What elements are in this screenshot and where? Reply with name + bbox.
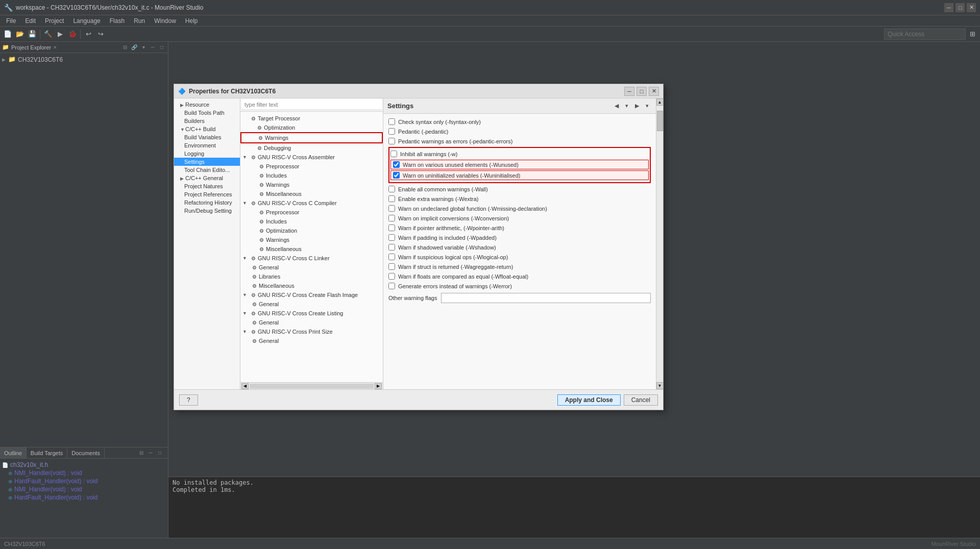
mtree-lnk-misc[interactable]: ⚙ Miscellaneous bbox=[240, 281, 383, 290]
filter-input[interactable] bbox=[241, 99, 382, 110]
project-root-item[interactable]: ▶ 📁 CH32V103C6T6 bbox=[2, 55, 166, 64]
outline-file[interactable]: 📄 ch32v10x_it.h bbox=[2, 461, 166, 469]
mtree-asm-misc[interactable]: ⚙ Miscellaneous bbox=[240, 189, 383, 198]
explorer-menu-btn[interactable]: ▾ bbox=[139, 43, 148, 52]
toolbar-undo[interactable]: ↩ bbox=[83, 29, 94, 40]
toolbar-new[interactable]: 📄 bbox=[2, 29, 13, 40]
nav-project-references[interactable]: Project References bbox=[174, 190, 240, 198]
dialog-min-btn[interactable]: ─ bbox=[624, 87, 634, 96]
maximize-button[interactable]: □ bbox=[955, 3, 965, 12]
warn-shadow-checkbox[interactable] bbox=[388, 244, 395, 251]
mtree-warnings[interactable]: ⚙ Warnings bbox=[240, 132, 383, 143]
mtree-print-general[interactable]: ⚙ General bbox=[240, 336, 383, 345]
toolbar-debug[interactable]: 🐞 bbox=[67, 29, 78, 40]
mtree-listing[interactable]: ▼ ⚙ GNU RISC-V Cross Create Listing bbox=[240, 309, 383, 318]
mtree-flash-general[interactable]: ⚙ General bbox=[240, 300, 383, 309]
mtree-asm-warnings[interactable]: ⚙ Warnings bbox=[240, 180, 383, 189]
nav-dropdown-btn[interactable]: ▾ bbox=[622, 102, 631, 111]
warn-logical-checkbox[interactable] bbox=[388, 254, 395, 260]
generate-errors-checkbox[interactable] bbox=[388, 283, 395, 289]
close-button[interactable]: ✕ bbox=[967, 3, 976, 12]
menu-flash[interactable]: Flash bbox=[106, 16, 129, 26]
nav-cpp-general[interactable]: ▶C/C++ General bbox=[174, 174, 240, 182]
warn-padding-checkbox[interactable] bbox=[388, 234, 395, 241]
menu-window[interactable]: Window bbox=[150, 16, 180, 26]
warn-implicit-checkbox[interactable] bbox=[388, 215, 395, 221]
menu-edit[interactable]: Edit bbox=[21, 16, 40, 26]
mtree-asm-includes[interactable]: ⚙ Includes bbox=[240, 171, 383, 180]
nav-forward-btn[interactable]: ▶ bbox=[632, 102, 642, 111]
mtree-optimization[interactable]: ⚙ Optimization bbox=[240, 123, 383, 132]
tab-outline[interactable]: Outline bbox=[0, 447, 27, 458]
nav-resource[interactable]: ▶Resource bbox=[174, 101, 240, 109]
mtree-flash[interactable]: ▼ ⚙ GNU RISC-V Cross Create Flash Image bbox=[240, 290, 383, 300]
check-syntax-checkbox[interactable] bbox=[388, 118, 395, 125]
warn-floats-checkbox[interactable] bbox=[388, 273, 395, 280]
mtree-cc-preprocessor[interactable]: ⚙ Preprocessor bbox=[240, 208, 383, 217]
apply-close-btn[interactable]: Apply and Close bbox=[557, 394, 621, 406]
nav-environment[interactable]: Environment bbox=[174, 141, 240, 149]
scrollbar-thumb[interactable] bbox=[657, 111, 663, 131]
mtree-cc-includes[interactable]: ⚙ Includes bbox=[240, 217, 383, 226]
outline-method-2[interactable]: ⊕ HardFault_Handler(void) : void bbox=[2, 477, 166, 485]
mtree-asm-preprocessor[interactable]: ⚙ Preprocessor bbox=[240, 162, 383, 171]
mtree-c-compiler[interactable]: ▼ ⚙ GNU RISC-V Cross C Compiler bbox=[240, 198, 383, 208]
toolbar-run[interactable]: ▶ bbox=[55, 29, 66, 40]
nav-tool-chain-editor[interactable]: Tool Chain Edito... bbox=[174, 166, 240, 174]
menu-language[interactable]: Language bbox=[69, 16, 104, 26]
nav-back-btn[interactable]: ◀ bbox=[612, 102, 621, 111]
outline-method-3[interactable]: ⊕ NMI_Handler(void) : void bbox=[2, 485, 166, 493]
outline-min-btn[interactable]: ─ bbox=[146, 449, 155, 457]
nav-refactoring-history[interactable]: Refactoring History bbox=[174, 198, 240, 207]
toolbar-save[interactable]: 💾 bbox=[27, 29, 38, 40]
toolbar-build[interactable]: 🔨 bbox=[42, 29, 54, 40]
mtree-assembler[interactable]: ▼ ⚙ GNU RISC-V Cross Assembler bbox=[240, 153, 383, 162]
nav-build-tools-path[interactable]: Build Tools Path bbox=[174, 109, 240, 117]
tab-build-targets[interactable]: Build Targets bbox=[27, 447, 67, 458]
menu-project[interactable]: Project bbox=[41, 16, 68, 26]
nav-settings[interactable]: Settings bbox=[174, 158, 240, 166]
outline-max-btn[interactable]: □ bbox=[156, 449, 164, 457]
tree-scroll-left[interactable]: ◀ bbox=[241, 383, 249, 389]
warn-pointer-checkbox[interactable] bbox=[388, 224, 395, 231]
tab-documents[interactable]: Documents bbox=[67, 447, 105, 458]
quick-access-input[interactable] bbox=[884, 29, 966, 40]
minimize-button[interactable]: ─ bbox=[944, 3, 953, 12]
nav-run-debug-setting[interactable]: Run/Debug Setting bbox=[174, 207, 240, 215]
inhibit-all-checkbox[interactable] bbox=[390, 151, 397, 157]
mtree-target-processor[interactable]: ⚙ Target Processor bbox=[240, 114, 383, 123]
mtree-print-size[interactable]: ▼ ⚙ GNU RISC-V Cross Print Size bbox=[240, 327, 383, 336]
help-btn[interactable]: ? bbox=[179, 394, 198, 406]
explorer-min-btn[interactable]: ─ bbox=[149, 43, 157, 52]
dialog-close-btn[interactable]: ✕ bbox=[649, 87, 659, 96]
nav-logging[interactable]: Logging bbox=[174, 149, 240, 158]
mtree-lnk-libraries[interactable]: ⚙ Libraries bbox=[240, 272, 383, 281]
mtree-lnk-general[interactable]: ⚙ General bbox=[240, 263, 383, 272]
enable-extra-checkbox[interactable] bbox=[388, 195, 395, 202]
cancel-btn[interactable]: Cancel bbox=[624, 394, 658, 406]
mtree-cc-optimization[interactable]: ⚙ Optimization bbox=[240, 226, 383, 235]
menu-help[interactable]: Help bbox=[181, 16, 202, 26]
outline-method-4[interactable]: ⊕ HardFault_Handler(void) : void bbox=[2, 493, 166, 502]
enable-all-checkbox[interactable] bbox=[388, 186, 395, 192]
outline-collapse-btn[interactable]: ⊟ bbox=[137, 449, 145, 457]
explorer-max-btn[interactable]: □ bbox=[158, 43, 166, 52]
toolbar-open[interactable]: 📂 bbox=[14, 29, 26, 40]
toolbar-perspectives[interactable]: ⊞ bbox=[967, 29, 978, 40]
mtree-linker[interactable]: ▼ ⚙ GNU RISC-V Cross C Linker bbox=[240, 254, 383, 263]
warn-undeclared-checkbox[interactable] bbox=[388, 205, 395, 212]
menu-run[interactable]: Run bbox=[130, 16, 149, 26]
outline-method-1[interactable]: ⊕ NMI_Handler(void) : void bbox=[2, 469, 166, 477]
mtree-debugging[interactable]: ⚙ Debugging bbox=[240, 143, 383, 153]
collapse-all-btn[interactable]: ⊟ bbox=[121, 43, 129, 52]
nav-cpp-build[interactable]: ▼C/C++ Build bbox=[174, 125, 240, 133]
scroll-up-btn[interactable]: ▲ bbox=[656, 98, 664, 106]
other-flags-input[interactable] bbox=[441, 293, 651, 303]
link-btn[interactable]: 🔗 bbox=[130, 43, 138, 52]
nav-build-variables[interactable]: Build Variables bbox=[174, 133, 240, 141]
mtree-cc-misc[interactable]: ⚙ Miscellaneous bbox=[240, 244, 383, 254]
nav-project-natures[interactable]: Project Natures bbox=[174, 182, 240, 190]
warn-unused-checkbox[interactable] bbox=[393, 161, 400, 168]
warn-struct-checkbox[interactable] bbox=[388, 263, 395, 270]
warn-uninit-checkbox[interactable] bbox=[393, 172, 400, 179]
